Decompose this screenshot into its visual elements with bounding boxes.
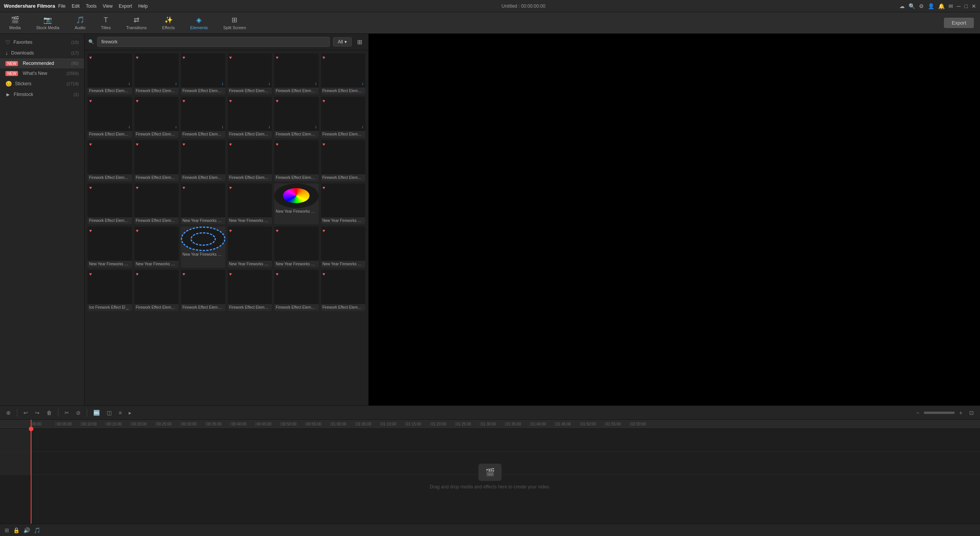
grid-item[interactable]: ♥New Year Fireworks Ele _ [321,227,366,268]
download-icon[interactable]: ↓ [361,81,364,86]
menu-view[interactable]: View [103,3,113,9]
heart-icon[interactable]: ♥ [136,142,139,147]
message-icon[interactable]: ✉ [949,3,953,9]
grid-item[interactable]: ♥↓Firework Effect Element _ [181,97,225,138]
heart-icon[interactable]: ♥ [323,185,325,190]
grid-item[interactable]: ♥↓Firework Effect Element _ [228,53,272,94]
tl-disable-button[interactable]: ⊘ [74,409,83,417]
grid-item[interactable]: ♥Firework Effect Element _ [274,270,319,311]
grid-item[interactable]: ♥↓Firework Effect Element _ [274,53,319,94]
grid-item[interactable]: ♥Firework Effect Element _ [134,270,179,311]
tl-cut-button[interactable]: ✂ [62,409,71,417]
grid-view-button[interactable]: ⊞ [355,38,364,46]
grid-item[interactable]: ♥Firework Effect Element _ [134,184,179,225]
heart-icon[interactable]: ♥ [89,98,92,104]
download-icon[interactable]: ↓ [315,124,317,129]
heart-icon[interactable]: ♥ [89,55,92,60]
sidebar-item-downloads[interactable]: ↓ Downloads (17) [0,48,84,58]
grid-item[interactable]: ♥Firework Effect Element _ [88,140,132,181]
heart-icon[interactable]: ♥ [182,55,185,60]
grid-item[interactable]: ♥Firework Effect Element _ [228,270,272,311]
download-icon[interactable]: ↓ [315,81,317,86]
tl-zoom-out-button[interactable]: − [914,409,922,417]
tool-transitions[interactable]: ⇄ Transitions [123,14,150,31]
heart-icon[interactable]: ♥ [136,228,139,233]
tool-titles[interactable]: T Titles [98,15,114,31]
grid-item[interactable]: ♥New Year Fireworks Ele _ [181,227,225,268]
export-button[interactable]: Export [944,18,974,28]
heart-icon[interactable]: ♥ [89,271,92,277]
maximize-btn[interactable]: □ [965,3,968,9]
sidebar-item-stickers[interactable]: 😊 Stickers (1719) [0,78,84,89]
heart-icon[interactable]: ♥ [276,185,278,190]
grid-item[interactable]: ♥New Year Fireworks Ele _ [88,227,132,268]
menu-edit[interactable]: Edit [72,3,80,9]
heart-icon[interactable]: ♥ [229,142,232,147]
search-input[interactable] [97,37,330,47]
download-icon[interactable]: ↓ [175,124,177,129]
heart-icon[interactable]: ♥ [323,142,325,147]
notification-icon[interactable]: 🔔 [938,3,945,9]
heart-icon[interactable]: ♥ [323,271,325,277]
heart-icon[interactable]: ♥ [229,228,232,233]
grid-item[interactable]: ♥Firework Effect Element _ [134,140,179,181]
tl-fit-button[interactable]: ⊡ [967,409,976,417]
grid-item[interactable]: ♥New Year Fireworks Ele _ [321,184,366,225]
download-icon[interactable]: ↓ [222,124,224,129]
download-icon[interactable]: ↓ [128,81,131,86]
heart-icon[interactable]: ♥ [229,55,232,60]
heart-icon[interactable]: ♥ [323,228,325,233]
heart-icon[interactable]: ♥ [276,142,278,147]
heart-icon[interactable]: ♥ [89,185,92,190]
tool-media[interactable]: 🎬 Media [6,14,24,31]
grid-item[interactable]: ♥↓Firework Effect Element _ [321,53,366,94]
tool-effects[interactable]: ✨ Effects [159,14,178,31]
menu-help[interactable]: Help [138,3,148,9]
grid-item[interactable]: ♥New Year Fireworks Ele _ [134,227,179,268]
tool-split-screen[interactable]: ⊞ Split Screen [220,14,249,31]
tl-settings-button[interactable]: ≡ [116,409,124,417]
minimize-btn[interactable]: ─ [957,3,961,9]
tl-undo-button[interactable]: ↩ [21,409,30,417]
menu-export[interactable]: Export [119,3,132,9]
tl-text-button[interactable]: 🔤 [91,409,102,417]
heart-icon[interactable]: ♥ [276,271,278,277]
close-btn[interactable]: ✕ [972,3,976,9]
menu-tools[interactable]: Tools [86,3,96,9]
bc-lock-button[interactable]: 🔒 [13,527,20,533]
sidebar-item-filmstock[interactable]: ► Filmstock (1) [0,89,84,100]
sidebar-item-favorites[interactable]: ♡ Favorites (10) [0,37,84,48]
grid-item[interactable]: ♥Ice Firework Effect El _ [88,270,132,311]
grid-item[interactable]: ♥Firework Effect Element _ [181,140,225,181]
heart-icon[interactable]: ♥ [323,55,325,60]
sidebar-item-whats-new[interactable]: NEW What's New (2556) [0,68,84,78]
heart-icon[interactable]: ♥ [229,98,232,104]
heart-icon[interactable]: ♥ [276,228,278,233]
heart-icon[interactable]: ♥ [276,98,278,104]
grid-item[interactable]: ♥New Year Fireworks Ele _ [274,227,319,268]
heart-icon[interactable]: ♥ [136,98,139,104]
heart-icon[interactable]: ♥ [182,271,185,277]
heart-icon[interactable]: ♥ [182,185,185,190]
tl-zoom-slider[interactable] [924,412,955,414]
tl-redo-button[interactable]: ↪ [33,409,42,417]
grid-item[interactable]: ♥New Year Fireworks Ele _ [228,184,272,225]
download-icon[interactable]: ↓ [361,124,364,129]
download-icon[interactable]: ↓ [175,81,177,86]
heart-icon[interactable]: ♥ [182,142,185,147]
grid-item[interactable]: ♥Firework Effect Element _ [321,270,366,311]
grid-item[interactable]: ♥Firework Effect Element _ [274,140,319,181]
tl-crop-button[interactable]: ◫ [104,409,114,417]
grid-item[interactable]: ♥↓Firework Effect Element _ [134,97,179,138]
search-icon[interactable]: 🔍 [909,3,915,9]
grid-item[interactable]: ♥↓Firework Effect Element _ [274,97,319,138]
download-icon[interactable]: ↓ [222,81,224,86]
download-icon[interactable]: ↓ [268,124,270,129]
heart-icon[interactable]: ♥ [182,98,185,104]
bc-layout-button[interactable]: ⊞ [5,527,9,533]
heart-icon[interactable]: ♥ [136,55,139,60]
heart-icon[interactable]: ♥ [89,142,92,147]
heart-icon[interactable]: ♥ [136,271,139,277]
grid-item[interactable]: ♥↓Firework Effect Element _ [88,53,132,94]
grid-item[interactable]: ♥New Year Fireworks Ele _ [181,184,225,225]
